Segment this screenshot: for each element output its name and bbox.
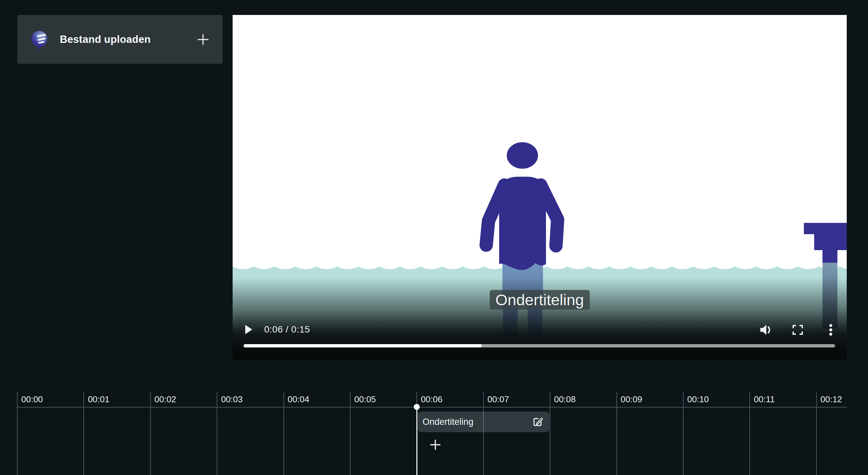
add-subtitle-plus-icon <box>429 439 441 451</box>
upload-file-card[interactable]: Bestand uploaden <box>17 15 223 64</box>
progress-played <box>244 344 482 347</box>
timeline-gridline <box>350 392 350 475</box>
play-button[interactable] <box>245 325 252 334</box>
edit-cue-button[interactable] <box>533 417 542 427</box>
timeline-tick-label: 00:02 <box>155 394 176 405</box>
timeline-gridline <box>483 392 484 475</box>
timeline-tick-label: 00:00 <box>21 394 43 405</box>
timeline-tick-label: 00:04 <box>288 394 309 405</box>
timeline-gridline <box>217 392 217 475</box>
add-subtitle-button[interactable] <box>429 439 441 451</box>
fullscreen-button[interactable] <box>793 325 803 335</box>
progress-bar[interactable] <box>244 344 835 347</box>
app-logo-icon <box>31 30 48 49</box>
fullscreen-icon <box>793 325 803 335</box>
timeline-gridline <box>283 392 284 475</box>
upload-plus-button[interactable] <box>197 33 209 46</box>
timeline-tick-label: 00:09 <box>621 394 642 405</box>
timeline-tick-label: 00:03 <box>221 394 243 405</box>
playhead-handle[interactable] <box>414 404 420 410</box>
timeline-tick-label: 00:01 <box>88 394 109 405</box>
figure-person <box>486 142 558 270</box>
timeline-gridline <box>683 392 684 475</box>
timeline-tick-label: 00:05 <box>354 394 376 405</box>
more-options-button[interactable] <box>829 324 833 336</box>
time-display: 0:06 / 0:15 <box>264 325 310 334</box>
timeline[interactable]: 00:0000:0100:0200:0300:0400:0500:0600:07… <box>0 392 868 475</box>
timeline-ruler-line <box>17 407 847 408</box>
video-player[interactable]: Ondertiteling 0:06 / 0:15 <box>232 15 847 360</box>
timeline-tick-label: 00:08 <box>554 394 576 405</box>
play-icon <box>245 325 252 334</box>
volume-icon <box>760 324 773 336</box>
timeline-gridline <box>84 392 84 475</box>
timeline-tick-label: 00:11 <box>754 394 775 405</box>
timeline-tick-label: 00:10 <box>687 394 709 405</box>
timeline-gridline <box>550 392 550 475</box>
volume-button[interactable] <box>760 324 773 336</box>
more-options-icon <box>829 324 833 336</box>
timeline-tick-label: 00:07 <box>488 394 509 405</box>
logo-speech-tail <box>36 45 42 50</box>
upload-card-title: Bestand uploaden <box>60 34 151 45</box>
timeline-gridline <box>150 392 151 475</box>
timeline-gridline <box>749 392 750 475</box>
subtitle-cue-block[interactable]: Ondertiteling <box>418 412 549 432</box>
timeline-tick-label: 00:12 <box>820 394 842 405</box>
edit-icon <box>533 417 542 427</box>
timeline-gridline <box>816 392 817 475</box>
playhead[interactable] <box>416 407 417 475</box>
timeline-tick-label: 00:06 <box>421 394 442 405</box>
timeline-gridline <box>616 392 617 475</box>
timeline-gridline <box>17 392 18 475</box>
subtitle-cue-label: Ondertiteling <box>422 417 473 427</box>
plus-icon <box>197 33 209 46</box>
video-subtitle-caption: Ondertiteling <box>490 290 590 310</box>
